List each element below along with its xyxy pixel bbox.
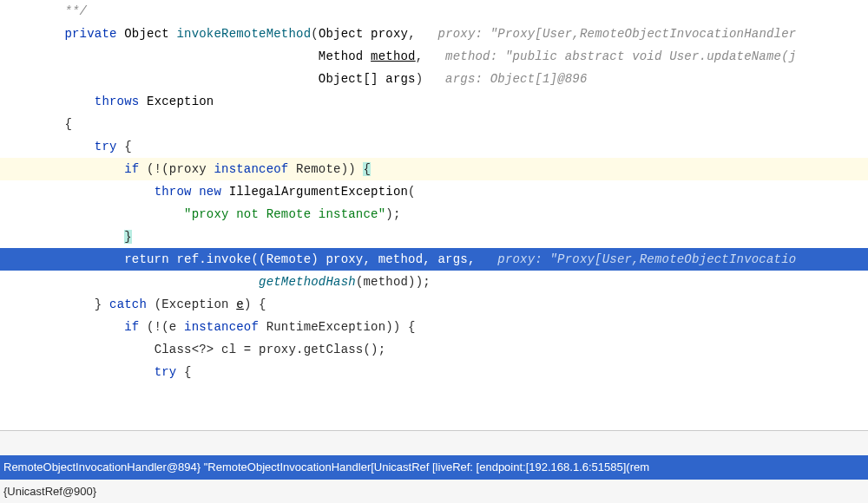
code-line: { [0,113,868,135]
paren: ) { [244,297,266,311]
comment-end: **/ [64,4,87,18]
method-name: invokeRemoteMethod [176,27,311,41]
inline-hint: args: Object[1]@896 [445,72,587,86]
variable-row[interactable]: {UnicastRef@900} [0,480,868,503]
variables-blank-row [0,431,868,455]
code-line-execution: return ref.invoke((Remote) proxy, method… [0,248,868,271]
code-line: } catch (Exception e) { [0,293,868,316]
variable-row-selected[interactable]: RemoteObjectInvocationHandler@894} "Remo… [0,455,868,480]
code-line: } [0,225,868,248]
code-line: Method method, method: "public abstract … [0,45,868,68]
brace-matched: } [124,230,132,244]
brace-matched: { [363,162,371,176]
code-line: **/ [0,0,868,23]
code-line: throw new IllegalArgumentException( [0,180,868,203]
param-type: Object[] [319,72,378,86]
keyword-throw: throw [155,185,192,199]
code-line: private Object invokeRemoteMethod(Object… [0,23,868,45]
brace: { [64,117,72,131]
keyword-catch: catch [109,297,147,311]
keyword-return: return [124,252,169,266]
keyword-try: try [155,365,177,379]
param-type: Object [319,27,364,41]
statement: Class<?> cl = proxy.getClass(); [155,343,386,356]
paren: (Exception [147,297,236,311]
param-type: Method [319,49,364,63]
exec-gutter [0,248,13,271]
expr: RuntimeException)) { [259,320,416,334]
expr: (!(e [139,320,184,334]
code-line: throws Exception [0,90,868,113]
code-line: Object[] args) args: Object[1]@896 [0,68,868,90]
keyword-if: if [124,162,139,176]
code-editor[interactable]: **/ private Object invokeRemoteMethod(Ob… [0,0,868,430]
inline-hint: method: "public abstract void User.updat… [445,49,796,63]
variables-panel[interactable]: RemoteObjectInvocationHandler@894} "Remo… [0,430,868,503]
expr: (!(proxy [139,162,214,176]
paren: ); [385,207,400,221]
brace: } [95,297,102,311]
keyword-instanceof: instanceof [214,162,288,176]
keyword-try: try [95,140,117,154]
keyword-new: new [199,185,221,199]
param-name: args [385,72,415,86]
code-line: Class<?> cl = proxy.getClass(); [0,338,868,361]
param-name: method [371,49,416,63]
var-name: e [236,297,244,311]
expr: ref.invoke((Remote) proxy, method, args, [169,252,476,266]
keyword-if: if [124,320,139,334]
args: (method)); [356,275,431,289]
keyword-throws: throws [95,95,140,108]
paren: ( [408,185,416,199]
method-call: getMethodHash [259,275,356,289]
type: Object [124,27,169,41]
brace: { [176,365,191,379]
string-literal: "proxy not Remote instance" [184,207,385,221]
code-line: if (!(e instanceof RuntimeException)) { [0,316,868,338]
code-line-current: if (!(proxy instanceof Remote)) { [0,158,868,180]
variable-value: RemoteObjectInvocationHandler@894} "Remo… [3,461,649,474]
code-line: getMethodHash(method)); [0,271,868,293]
inline-hint: proxy: "Proxy[User,RemoteObjectInvocatio… [438,27,797,41]
code-line: try { [0,361,868,383]
inline-hint: proxy: "Proxy[User,RemoteObjectInvocatio [497,252,796,266]
code-line: "proxy not Remote instance"); [0,203,868,225]
expr: Remote)) [288,162,363,176]
code-line: try { [0,135,868,158]
type: Exception [147,95,214,108]
variable-value: {UnicastRef@900} [3,485,96,498]
param-name: proxy [371,27,408,41]
keyword-instanceof: instanceof [184,320,259,334]
keyword-private: private [64,27,116,41]
type: IllegalArgumentException [229,185,408,199]
